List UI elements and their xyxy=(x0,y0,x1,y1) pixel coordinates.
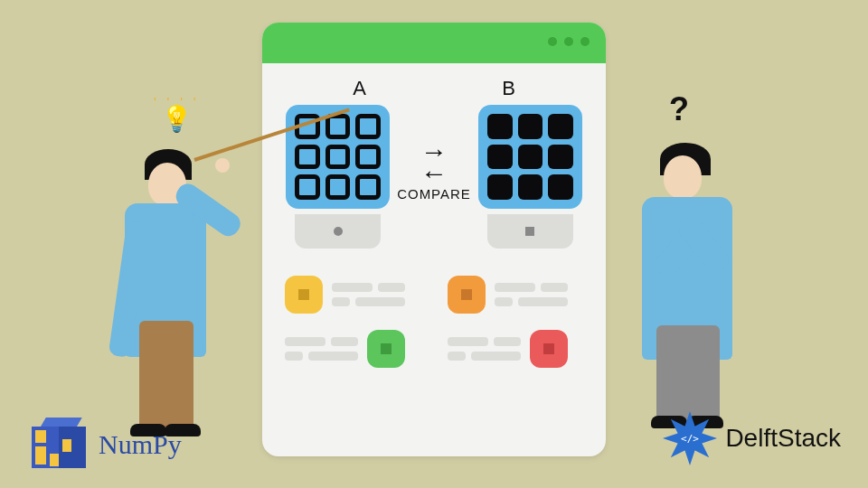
matrix-cell xyxy=(487,145,513,170)
square-icon xyxy=(525,227,534,236)
matrix-cell xyxy=(518,145,543,170)
matrix-cell xyxy=(518,114,543,139)
compare-arrows: → ← COMPARE xyxy=(397,141,471,202)
matrix-cell xyxy=(548,114,573,139)
matrix-cell xyxy=(295,174,320,200)
svg-text:</>: </> xyxy=(681,433,699,445)
matrix-cell xyxy=(355,174,381,200)
result-item-yellow xyxy=(285,276,420,314)
matrix-a-label: A xyxy=(353,77,366,100)
matrix-b-label: B xyxy=(502,77,515,100)
window-dot[interactable] xyxy=(564,37,573,46)
result-bars xyxy=(285,337,358,361)
compare-label: COMPARE xyxy=(397,186,471,202)
matrix-a-pedestal xyxy=(295,214,381,249)
circle-icon xyxy=(334,227,343,236)
delftstack-mandala-icon: </> xyxy=(660,408,720,468)
matrix-cell xyxy=(487,114,513,139)
matrix-cell xyxy=(355,114,381,139)
matrix-b xyxy=(478,105,582,209)
delftstack-logo: </> DelftStack xyxy=(660,408,841,468)
matrix-cell xyxy=(326,145,351,170)
matrix-cell xyxy=(518,174,543,200)
badge-green xyxy=(367,330,405,368)
numpy-text: NumPy xyxy=(99,429,182,460)
badge-orange xyxy=(448,276,486,314)
matrix-cell xyxy=(548,145,573,170)
result-item-red xyxy=(448,330,583,368)
badge-red xyxy=(530,330,568,368)
window-content: A B → ← COMP xyxy=(262,63,606,386)
matrix-b-card xyxy=(478,105,582,249)
question-mark-icon: ? xyxy=(669,90,689,128)
result-bars xyxy=(332,283,405,306)
matrix-b-pedestal xyxy=(487,214,573,249)
result-item-orange xyxy=(448,276,583,314)
numpy-cube-icon xyxy=(32,418,86,472)
matrix-cell xyxy=(487,174,513,200)
results-grid xyxy=(285,276,583,368)
app-window: A B → ← COMP xyxy=(262,23,606,456)
matrix-cell xyxy=(548,174,573,200)
result-bars xyxy=(448,337,521,361)
window-controls[interactable] xyxy=(548,37,590,46)
matrix-cell xyxy=(355,145,381,170)
matrix-a xyxy=(286,105,390,209)
matrix-cell xyxy=(326,174,351,200)
arrow-left-icon: ← xyxy=(420,163,448,184)
teacher-illustration: ' ' ' ' 💡 xyxy=(108,113,280,447)
result-bars xyxy=(495,283,568,306)
thinker-illustration: ? xyxy=(615,108,769,443)
badge-yellow xyxy=(285,276,323,314)
window-titlebar xyxy=(262,23,606,63)
lightbulb-icon: 💡 xyxy=(161,104,193,134)
numpy-logo: NumPy xyxy=(32,418,182,472)
window-dot[interactable] xyxy=(548,37,557,46)
matrix-cell xyxy=(295,145,320,170)
window-dot[interactable] xyxy=(580,37,590,46)
delftstack-text: DelftStack xyxy=(725,424,841,453)
result-item-green xyxy=(285,330,420,368)
